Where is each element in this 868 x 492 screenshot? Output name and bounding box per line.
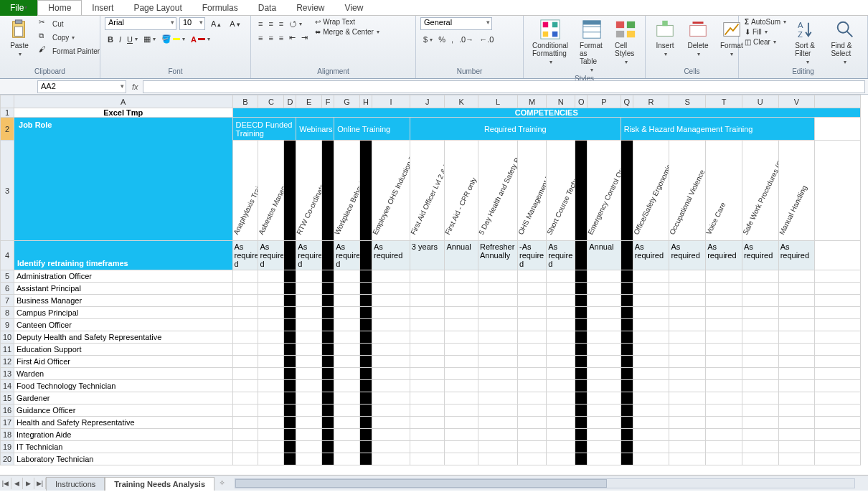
cell[interactable] [445, 405, 478, 417]
cell[interactable] [445, 368, 478, 380]
cell[interactable] [372, 441, 410, 453]
cell[interactable] [517, 344, 546, 356]
cell[interactable] [575, 356, 588, 368]
col-header[interactable]: N [547, 95, 575, 108]
cell[interactable]: Deputy Health and Safety Representative [14, 331, 233, 344]
cell[interactable] [372, 270, 410, 283]
cell[interactable] [633, 307, 669, 319]
cell[interactable] [360, 241, 372, 270]
cell[interactable] [296, 307, 322, 319]
cell[interactable] [478, 295, 518, 307]
cell[interactable] [575, 392, 588, 405]
cell[interactable] [706, 283, 742, 295]
cell[interactable] [478, 319, 518, 331]
cell[interactable] [334, 429, 360, 441]
shrink-font-button[interactable]: A▾ [227, 17, 242, 30]
cell[interactable] [633, 368, 669, 380]
cell[interactable] [284, 295, 296, 307]
cell[interactable] [633, 295, 669, 307]
cell[interactable] [360, 295, 372, 307]
cell[interactable] [232, 392, 258, 405]
cell[interactable] [322, 441, 334, 453]
font-size-combo[interactable]: 10 [179, 17, 205, 30]
cell[interactable]: Required Training [410, 118, 621, 141]
cell[interactable] [334, 380, 360, 392]
row-header[interactable]: 20 [1, 453, 14, 465]
cell[interactable] [742, 392, 778, 405]
align-top-button[interactable]: ≡ [255, 17, 265, 30]
cell[interactable] [360, 307, 372, 319]
cell[interactable] [778, 319, 815, 331]
cell[interactable] [742, 307, 778, 319]
cell[interactable] [517, 380, 546, 392]
cell[interactable]: Administration Officer [14, 270, 233, 283]
cell[interactable] [575, 417, 588, 429]
cell[interactable] [588, 392, 621, 405]
cell[interactable] [706, 380, 742, 392]
row-header[interactable]: 10 [1, 331, 14, 344]
cell[interactable] [706, 270, 742, 283]
cell[interactable] [478, 368, 518, 380]
col-header[interactable]: P [588, 95, 621, 108]
paste-button[interactable]: Paste▾ [4, 17, 34, 59]
cell[interactable] [742, 368, 778, 380]
cell[interactable] [372, 331, 410, 344]
cell[interactable] [633, 283, 669, 295]
cell[interactable] [621, 270, 633, 283]
cell[interactable] [778, 307, 815, 319]
cell[interactable] [575, 344, 588, 356]
cell[interactable] [410, 380, 445, 392]
cell[interactable] [232, 368, 258, 380]
cell[interactable] [284, 270, 296, 283]
cell[interactable] [445, 344, 478, 356]
cell[interactable]: As require d [258, 241, 284, 270]
cell[interactable] [588, 295, 621, 307]
cell[interactable] [778, 270, 815, 283]
cell[interactable] [445, 441, 478, 453]
cell[interactable] [284, 331, 296, 344]
cell[interactable] [478, 429, 518, 441]
cell[interactable]: Food Technology Technician [14, 380, 233, 392]
sheet-tab[interactable]: Training Needs Analysis [105, 477, 214, 491]
cell[interactable] [669, 356, 706, 368]
cell[interactable] [296, 319, 322, 331]
cell[interactable] [575, 307, 588, 319]
col-header[interactable]: O [575, 95, 588, 108]
cell[interactable] [706, 295, 742, 307]
cell[interactable] [372, 356, 410, 368]
fill-color-button[interactable]: 🪣▾ [159, 32, 188, 46]
cell[interactable] [258, 295, 284, 307]
cell[interactable] [372, 453, 410, 465]
cell[interactable]: Excel Tmp [14, 108, 233, 118]
cell[interactable] [547, 441, 575, 453]
cell[interactable] [334, 270, 360, 283]
cell[interactable] [296, 344, 322, 356]
cell[interactable] [517, 429, 546, 441]
cell[interactable] [742, 380, 778, 392]
cell[interactable] [322, 356, 334, 368]
cell[interactable] [547, 356, 575, 368]
cell[interactable] [372, 344, 410, 356]
cell[interactable] [633, 453, 669, 465]
cell[interactable] [334, 356, 360, 368]
cell[interactable] [296, 405, 322, 417]
cell[interactable] [575, 453, 588, 465]
cell[interactable] [258, 307, 284, 319]
cell[interactable] [258, 319, 284, 331]
cell[interactable] [621, 441, 633, 453]
cell[interactable] [547, 270, 575, 283]
cell[interactable] [706, 405, 742, 417]
cell[interactable] [669, 392, 706, 405]
cell[interactable] [232, 356, 258, 368]
comma-button[interactable]: , [448, 33, 456, 46]
cell[interactable] [588, 331, 621, 344]
cell[interactable] [232, 319, 258, 331]
italic-button[interactable]: I [116, 32, 124, 46]
cell[interactable]: First Aid Officer [14, 356, 233, 368]
cell[interactable] [633, 331, 669, 344]
cell[interactable] [284, 453, 296, 465]
diagonal-header[interactable]: First Aid Officer Lvl 2 & Refresher [410, 141, 445, 241]
cell[interactable] [478, 441, 518, 453]
diagonal-header[interactable]: Safe Work Procedures (SWP) [742, 141, 778, 241]
cell[interactable] [621, 283, 633, 295]
